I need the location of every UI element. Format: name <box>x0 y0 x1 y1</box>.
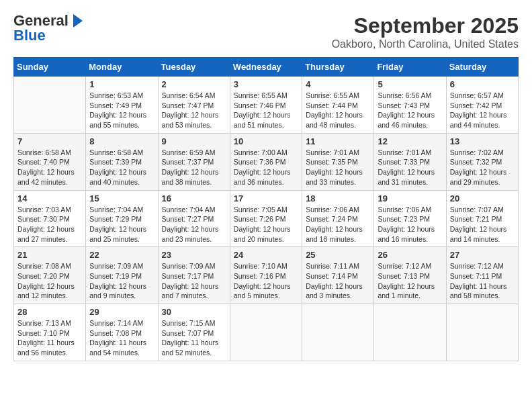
calendar-cell: 19Sunrise: 7:06 AMSunset: 7:23 PMDayligh… <box>374 190 446 247</box>
calendar-cell: 17Sunrise: 7:05 AMSunset: 7:26 PMDayligh… <box>230 190 302 247</box>
calendar-cell: 16Sunrise: 7:04 AMSunset: 7:27 PMDayligh… <box>158 190 230 247</box>
day-info: Sunrise: 7:07 AMSunset: 7:21 PMDaylight:… <box>450 205 515 244</box>
col-wednesday: Wednesday <box>230 58 302 77</box>
day-number: 1 <box>89 79 154 89</box>
day-info: Sunrise: 7:01 AMSunset: 7:33 PMDaylight:… <box>378 148 442 187</box>
logo: General Blue <box>13 13 85 43</box>
calendar-cell: 29Sunrise: 7:14 AMSunset: 7:08 PMDayligh… <box>86 304 158 361</box>
day-number: 7 <box>17 136 82 146</box>
calendar-cell: 4Sunrise: 6:55 AMSunset: 7:44 PMDaylight… <box>302 77 374 134</box>
calendar-week-1: 1Sunrise: 6:53 AMSunset: 7:49 PMDaylight… <box>14 77 519 134</box>
calendar-cell <box>374 304 446 361</box>
calendar-cell: 24Sunrise: 7:10 AMSunset: 7:16 PMDayligh… <box>230 247 302 304</box>
day-info: Sunrise: 7:10 AMSunset: 7:16 PMDaylight:… <box>234 261 298 301</box>
day-number: 17 <box>234 193 298 203</box>
day-number: 9 <box>162 136 226 146</box>
day-info: Sunrise: 6:57 AMSunset: 7:42 PMDaylight:… <box>450 91 515 130</box>
calendar-cell: 11Sunrise: 7:01 AMSunset: 7:35 PMDayligh… <box>302 133 374 190</box>
calendar-cell: 10Sunrise: 7:00 AMSunset: 7:36 PMDayligh… <box>230 133 302 190</box>
calendar-cell: 18Sunrise: 7:06 AMSunset: 7:24 PMDayligh… <box>302 190 374 247</box>
calendar-cell <box>446 304 518 361</box>
calendar-cell: 15Sunrise: 7:04 AMSunset: 7:29 PMDayligh… <box>86 190 158 247</box>
calendar-cell: 8Sunrise: 6:58 AMSunset: 7:39 PMDaylight… <box>86 133 158 190</box>
calendar-cell: 5Sunrise: 6:56 AMSunset: 7:43 PMDaylight… <box>374 77 446 134</box>
day-info: Sunrise: 7:09 AMSunset: 7:19 PMDaylight:… <box>89 261 154 301</box>
day-info: Sunrise: 7:06 AMSunset: 7:24 PMDaylight:… <box>306 205 370 244</box>
calendar-cell <box>230 304 302 361</box>
calendar-week-4: 21Sunrise: 7:08 AMSunset: 7:20 PMDayligh… <box>14 247 519 304</box>
day-info: Sunrise: 7:11 AMSunset: 7:14 PMDaylight:… <box>306 261 370 301</box>
day-info: Sunrise: 6:55 AMSunset: 7:44 PMDaylight:… <box>306 91 370 130</box>
calendar-cell: 7Sunrise: 6:58 AMSunset: 7:40 PMDaylight… <box>14 133 86 190</box>
day-info: Sunrise: 7:08 AMSunset: 7:20 PMDaylight:… <box>17 261 82 301</box>
day-info: Sunrise: 7:03 AMSunset: 7:30 PMDaylight:… <box>17 205 82 244</box>
day-info: Sunrise: 7:05 AMSunset: 7:26 PMDaylight:… <box>234 205 298 244</box>
day-info: Sunrise: 7:14 AMSunset: 7:08 PMDaylight:… <box>89 318 154 358</box>
title-block: September 2025 Oakboro, North Carolina, … <box>332 13 519 50</box>
calendar-cell: 12Sunrise: 7:01 AMSunset: 7:33 PMDayligh… <box>374 133 446 190</box>
day-number: 12 <box>378 136 442 146</box>
calendar-cell: 1Sunrise: 6:53 AMSunset: 7:49 PMDaylight… <box>86 77 158 134</box>
day-info: Sunrise: 6:53 AMSunset: 7:49 PMDaylight:… <box>89 91 154 130</box>
calendar-cell: 3Sunrise: 6:55 AMSunset: 7:46 PMDaylight… <box>230 77 302 134</box>
calendar-cell: 23Sunrise: 7:09 AMSunset: 7:17 PMDayligh… <box>158 247 230 304</box>
day-number: 20 <box>450 193 515 203</box>
day-info: Sunrise: 6:56 AMSunset: 7:43 PMDaylight:… <box>378 91 442 130</box>
calendar-week-3: 14Sunrise: 7:03 AMSunset: 7:30 PMDayligh… <box>14 190 519 247</box>
day-number: 24 <box>234 250 298 260</box>
day-number: 16 <box>162 193 226 203</box>
calendar-cell: 20Sunrise: 7:07 AMSunset: 7:21 PMDayligh… <box>446 190 518 247</box>
day-info: Sunrise: 6:59 AMSunset: 7:37 PMDaylight:… <box>162 148 226 187</box>
day-number: 5 <box>378 79 442 89</box>
day-info: Sunrise: 6:58 AMSunset: 7:39 PMDaylight:… <box>89 148 154 187</box>
day-number: 18 <box>306 193 370 203</box>
day-info: Sunrise: 7:12 AMSunset: 7:13 PMDaylight:… <box>378 261 442 301</box>
day-number: 4 <box>306 79 370 89</box>
col-friday: Friday <box>374 58 446 77</box>
logo-general: General <box>13 13 69 28</box>
calendar-cell: 27Sunrise: 7:12 AMSunset: 7:11 PMDayligh… <box>446 247 518 304</box>
col-saturday: Saturday <box>446 58 518 77</box>
day-info: Sunrise: 7:12 AMSunset: 7:11 PMDaylight:… <box>450 261 515 301</box>
day-info: Sunrise: 7:09 AMSunset: 7:17 PMDaylight:… <box>162 261 226 301</box>
day-number: 2 <box>162 79 226 89</box>
calendar-cell: 21Sunrise: 7:08 AMSunset: 7:20 PMDayligh… <box>14 247 86 304</box>
day-number: 10 <box>234 136 298 146</box>
day-number: 3 <box>234 79 298 89</box>
location-title: Oakboro, North Carolina, United States <box>332 38 519 50</box>
calendar-table: Sunday Monday Tuesday Wednesday Thursday… <box>13 57 519 361</box>
col-tuesday: Tuesday <box>158 58 230 77</box>
day-info: Sunrise: 6:58 AMSunset: 7:40 PMDaylight:… <box>17 148 82 187</box>
calendar-cell: 13Sunrise: 7:02 AMSunset: 7:32 PMDayligh… <box>446 133 518 190</box>
month-title: September 2025 <box>332 13 519 38</box>
day-info: Sunrise: 6:55 AMSunset: 7:46 PMDaylight:… <box>234 91 298 130</box>
day-number: 11 <box>306 136 370 146</box>
day-number: 6 <box>450 79 515 89</box>
day-number: 28 <box>17 307 82 317</box>
calendar-cell: 6Sunrise: 6:57 AMSunset: 7:42 PMDaylight… <box>446 77 518 134</box>
col-thursday: Thursday <box>302 58 374 77</box>
col-sunday: Sunday <box>14 58 86 77</box>
calendar-cell: 2Sunrise: 6:54 AMSunset: 7:47 PMDaylight… <box>158 77 230 134</box>
calendar-week-2: 7Sunrise: 6:58 AMSunset: 7:40 PMDaylight… <box>14 133 519 190</box>
calendar-cell <box>302 304 374 361</box>
day-number: 29 <box>89 307 154 317</box>
day-number: 30 <box>162 307 226 317</box>
calendar-header: Sunday Monday Tuesday Wednesday Thursday… <box>14 58 519 77</box>
day-info: Sunrise: 6:54 AMSunset: 7:47 PMDaylight:… <box>162 91 226 130</box>
calendar-cell: 26Sunrise: 7:12 AMSunset: 7:13 PMDayligh… <box>374 247 446 304</box>
day-number: 25 <box>306 250 370 260</box>
calendar-cell: 22Sunrise: 7:09 AMSunset: 7:19 PMDayligh… <box>86 247 158 304</box>
day-info: Sunrise: 7:04 AMSunset: 7:29 PMDaylight:… <box>89 205 154 244</box>
logo-blue: Blue <box>13 28 46 43</box>
header-row: Sunday Monday Tuesday Wednesday Thursday… <box>14 58 519 77</box>
col-monday: Monday <box>86 58 158 77</box>
day-number: 21 <box>17 250 82 260</box>
calendar-cell: 9Sunrise: 6:59 AMSunset: 7:37 PMDaylight… <box>158 133 230 190</box>
calendar-body: 1Sunrise: 6:53 AMSunset: 7:49 PMDaylight… <box>14 77 519 361</box>
calendar-cell: 14Sunrise: 7:03 AMSunset: 7:30 PMDayligh… <box>14 190 86 247</box>
day-number: 22 <box>89 250 154 260</box>
day-number: 19 <box>378 193 442 203</box>
day-info: Sunrise: 7:04 AMSunset: 7:27 PMDaylight:… <box>162 205 226 244</box>
day-number: 27 <box>450 250 515 260</box>
